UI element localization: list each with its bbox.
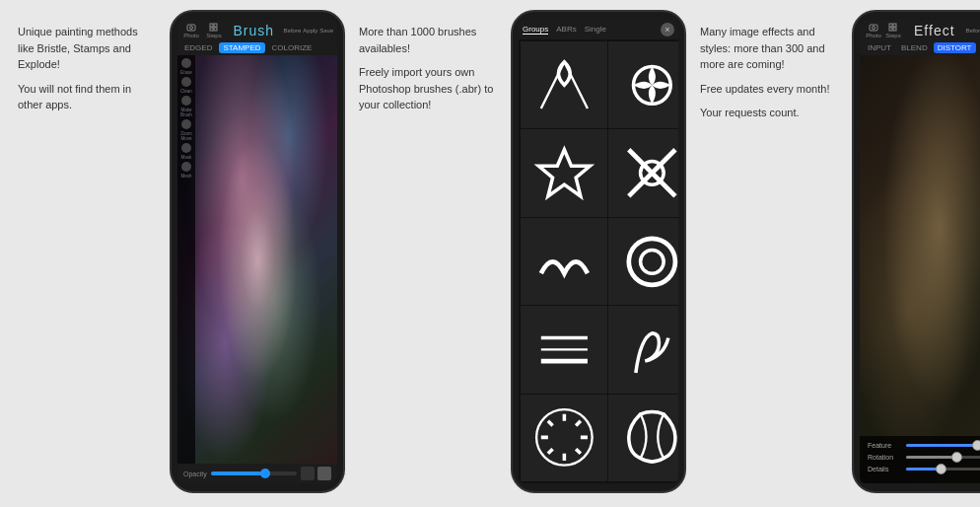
app-container: Unique painting methods like Bristle, St… [0, 0, 980, 507]
sidebar-item-5[interactable] [181, 143, 191, 153]
tab-distort[interactable]: DISTORT [934, 42, 976, 53]
phone-2-gallery: Groups ABRs Single × [511, 10, 686, 493]
brush-grid [519, 39, 678, 483]
brush-cell-13[interactable] [521, 306, 607, 393]
before-btn[interactable]: Before [284, 28, 302, 34]
slider-feature: Feature [868, 442, 980, 449]
phone3-toolbar: Photo Steps Effect Before Apply Save [860, 20, 980, 40]
photo-icon[interactable]: Photo [181, 23, 201, 38]
tab-colorize[interactable]: COLORIZE [269, 42, 315, 53]
svg-rect-45 [893, 24, 896, 27]
svg-rect-42 [870, 25, 877, 31]
sidebar-label-3: Make Brush [178, 108, 194, 117]
desc3-para1: Many image effects and styles: more than… [700, 24, 838, 73]
tab-groups[interactable]: Groups [523, 25, 548, 35]
desc1-para1: Unique painting methods like Bristle, St… [18, 24, 156, 73]
phone-3-effect: Photo Steps Effect Before Apply Save [852, 10, 980, 493]
description-1: Unique painting methods like Bristle, St… [8, 10, 166, 131]
phone3-photo-icon[interactable]: Photo [864, 23, 883, 38]
phone2-header: Groups ABRs Single × [519, 20, 678, 39]
sidebar-label-6: Mesh [180, 174, 191, 179]
details-slider[interactable] [906, 468, 980, 471]
close-button[interactable]: × [661, 23, 674, 36]
phone3-screen: Photo Steps Effect Before Apply Save [860, 20, 980, 483]
phone2-tab-bar: Groups ABRs Single [523, 25, 606, 35]
sidebar-label-1: Erase [180, 70, 192, 75]
svg-rect-47 [893, 28, 896, 31]
sidebar-item-1[interactable] [181, 58, 191, 68]
sidebar-label-4: Zoom Move [178, 131, 194, 141]
brush-cell-6[interactable] [608, 129, 678, 216]
opacity-slider[interactable] [211, 471, 297, 475]
svg-point-43 [873, 27, 875, 30]
brush-cell-1[interactable] [521, 41, 607, 128]
phone3-title: Effect [903, 23, 966, 38]
tab-edged[interactable]: EDGED [181, 42, 215, 53]
sidebar-label-2: Clean [180, 89, 192, 94]
apply-btn[interactable]: Apply [303, 28, 317, 34]
svg-rect-4 [210, 28, 213, 31]
color-swatch[interactable] [301, 467, 315, 480]
description-3: Many image effects and styles: more than… [690, 10, 848, 139]
desc2-para1: More than 1000 brushes availables! [359, 24, 497, 56]
phone1-canvas: Erase Clean Make Brush Zoom Move Mask Me… [177, 55, 337, 464]
tab-input[interactable]: INPUT [864, 42, 895, 53]
phone3-tabs: INPUT BLEND DISTORT MIXER [860, 40, 980, 55]
svg-rect-44 [889, 24, 892, 27]
tab-stamped[interactable]: STAMPED [219, 42, 264, 53]
sidebar-item-6[interactable] [181, 162, 191, 172]
phone2-screen: Groups ABRs Single × [519, 20, 678, 483]
sidebar-item-4[interactable] [181, 119, 191, 129]
rotation-label: Rotation [868, 454, 902, 461]
desc3-para2: Free updates every month! [700, 81, 838, 98]
save-btn[interactable]: Save [319, 28, 333, 34]
brush-cell-9[interactable] [521, 218, 607, 305]
sidebar-item-2[interactable] [181, 77, 191, 87]
phone1-tabs: EDGED STAMPED COLORIZE [177, 40, 337, 55]
svg-rect-46 [889, 28, 892, 31]
desc3-para3: Your requests count. [700, 105, 838, 121]
phone1-title: Brush [227, 23, 281, 38]
svg-point-21 [641, 250, 665, 273]
svg-rect-0 [187, 25, 195, 31]
opacity-label: Opacity [183, 471, 207, 477]
brush-cell-2[interactable] [608, 41, 678, 128]
rotation-slider[interactable] [906, 456, 980, 459]
steps-icon[interactable]: Steps [204, 23, 224, 38]
phone1-toolbar-right: Before Apply Save [284, 28, 333, 34]
phone3-before-btn[interactable]: Before [966, 28, 980, 34]
phone1-screen: Photo Steps Brush Before Apply Save [177, 20, 337, 483]
slider-details: Details [868, 466, 980, 472]
feature-label: Feature [868, 442, 902, 449]
brush-cell-17[interactable] [521, 395, 607, 481]
sidebar-item-3[interactable] [181, 96, 191, 106]
details-label: Details [868, 466, 902, 472]
brush-cell-14[interactable] [608, 306, 678, 393]
phone1-toolbar: Photo Steps Brush Before Apply Save [177, 20, 337, 40]
phone3-sliders: Feature Rotation Det [860, 436, 980, 483]
desc2-para2: Freely import yours own Photoshop brushe… [359, 64, 497, 113]
phone3-steps-icon[interactable]: Steps [883, 23, 903, 38]
brush-cell-18[interactable] [608, 395, 678, 481]
phone3-canvas: Feature Rotation Det [860, 55, 980, 483]
tab-blend[interactable]: BLEND [897, 42, 932, 53]
description-2: More than 1000 brushes availables! Freel… [349, 10, 507, 131]
svg-rect-3 [214, 24, 217, 27]
brush-cell-10[interactable] [608, 218, 678, 305]
tab-single[interactable]: Single [585, 25, 606, 35]
slider-rotation: Rotation [868, 454, 980, 461]
phone1-sidebar: Erase Clean Make Brush Zoom Move Mask Me… [177, 55, 195, 464]
svg-point-20 [629, 238, 675, 284]
phone3-toolbar-right: Before Apply Save [966, 28, 980, 34]
feature-slider[interactable] [906, 444, 980, 447]
svg-rect-2 [210, 24, 213, 27]
desc1-para2: You will not find them in other apps. [18, 81, 156, 113]
phone-1-brush: Photo Steps Brush Before Apply Save [170, 10, 345, 493]
tab-abrs[interactable]: ABRs [556, 25, 576, 35]
brush-cell-5[interactable] [521, 129, 607, 216]
svg-marker-13 [538, 150, 590, 196]
phone1-bottom-bar: Opacity [177, 464, 337, 483]
brush-icon[interactable] [317, 467, 331, 480]
svg-rect-5 [214, 28, 217, 31]
svg-point-1 [190, 27, 193, 30]
